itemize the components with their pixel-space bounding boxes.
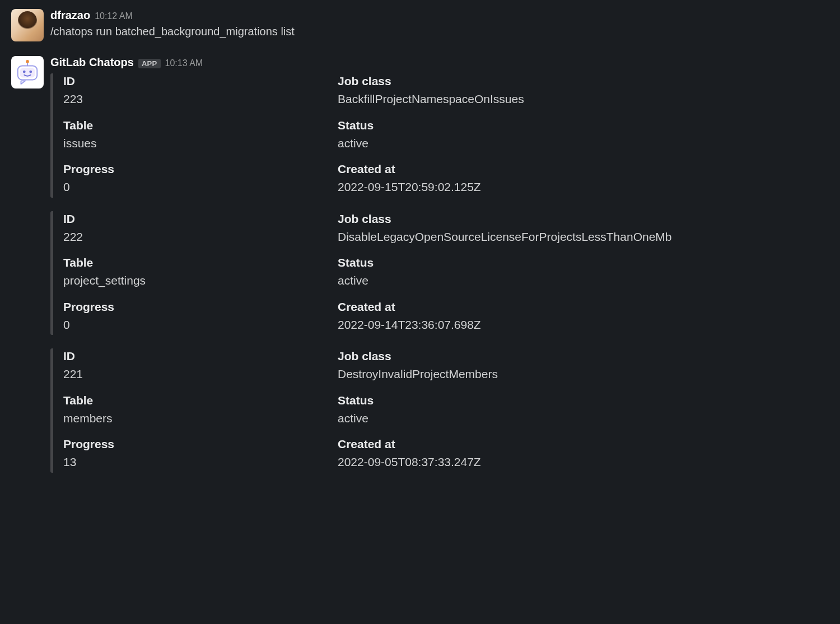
field-label-id: ID bbox=[63, 74, 338, 88]
field-value-table: project_settings bbox=[63, 272, 338, 290]
message-text: /chatops run batched_background_migratio… bbox=[50, 23, 829, 40]
field-value-id: 221 bbox=[63, 365, 338, 384]
field-value-created-at: 2022-09-15T20:59:02.125Z bbox=[338, 178, 829, 197]
migration-attachment: ID 221 Job class DestroyInvalidProjectMe… bbox=[50, 348, 829, 473]
field-value-status: active bbox=[338, 409, 829, 428]
field-label-table: Table bbox=[63, 394, 338, 407]
field-label-created-at: Created at bbox=[338, 300, 829, 314]
field-grid: ID 223 Job class BackfillProjectNamespac… bbox=[63, 74, 829, 197]
field-label-job-class: Job class bbox=[338, 212, 829, 226]
field-created-at: Created at 2022-09-05T08:37:33.247Z bbox=[338, 437, 829, 472]
field-created-at: Created at 2022-09-14T23:36:07.698Z bbox=[338, 300, 829, 334]
field-label-status: Status bbox=[338, 119, 829, 132]
field-label-id: ID bbox=[63, 212, 338, 226]
field-value-status: active bbox=[338, 272, 829, 290]
field-id: ID 222 bbox=[63, 212, 338, 246]
message-timestamp[interactable]: 10:13 AM bbox=[165, 58, 203, 68]
field-value-table: members bbox=[63, 409, 338, 428]
field-value-id: 223 bbox=[63, 90, 338, 109]
message-body: GitLab Chatops APP 10:13 AM ID 223 Job c… bbox=[50, 56, 829, 486]
field-label-table: Table bbox=[63, 256, 338, 269]
avatar-user[interactable] bbox=[11, 9, 44, 41]
field-table: Table members bbox=[63, 394, 338, 428]
field-progress: Progress 13 bbox=[63, 437, 338, 472]
field-status: Status active bbox=[338, 256, 829, 290]
field-job-class: Job class DisableLegacyOpenSourceLicense… bbox=[338, 212, 829, 246]
field-status: Status active bbox=[338, 119, 829, 153]
field-value-job-class: DisableLegacyOpenSourceLicenseForProject… bbox=[338, 228, 829, 246]
field-label-id: ID bbox=[63, 350, 338, 363]
field-label-created-at: Created at bbox=[338, 437, 829, 451]
field-value-created-at: 2022-09-05T08:37:33.247Z bbox=[338, 453, 829, 472]
migration-attachment: ID 222 Job class DisableLegacyOpenSource… bbox=[50, 211, 829, 336]
message-header: dfrazao 10:12 AM bbox=[50, 9, 829, 22]
field-created-at: Created at 2022-09-15T20:59:02.125Z bbox=[338, 162, 829, 197]
svg-point-4 bbox=[23, 71, 26, 73]
app-badge: APP bbox=[138, 59, 161, 68]
field-label-job-class: Job class bbox=[338, 74, 829, 88]
svg-point-0 bbox=[26, 60, 29, 63]
migration-attachment: ID 223 Job class BackfillProjectNamespac… bbox=[50, 73, 829, 198]
avatar-bot[interactable] bbox=[11, 56, 44, 89]
field-value-progress: 0 bbox=[63, 178, 338, 197]
message-body: dfrazao 10:12 AM /chatops run batched_ba… bbox=[50, 9, 829, 41]
author-name[interactable]: GitLab Chatops bbox=[50, 56, 134, 69]
field-label-progress: Progress bbox=[63, 437, 338, 451]
field-grid: ID 221 Job class DestroyInvalidProjectMe… bbox=[63, 350, 829, 472]
field-value-table: issues bbox=[63, 134, 338, 153]
field-label-created-at: Created at bbox=[338, 162, 829, 176]
field-table: Table project_settings bbox=[63, 256, 338, 290]
field-value-created-at: 2022-09-14T23:36:07.698Z bbox=[338, 316, 829, 334]
field-value-job-class: DestroyInvalidProjectMembers bbox=[338, 365, 829, 384]
field-label-status: Status bbox=[338, 394, 829, 407]
field-id: ID 223 bbox=[63, 74, 338, 109]
svg-point-5 bbox=[29, 71, 32, 73]
field-label-table: Table bbox=[63, 119, 338, 132]
field-label-job-class: Job class bbox=[338, 350, 829, 363]
author-name[interactable]: dfrazao bbox=[50, 9, 90, 22]
field-label-status: Status bbox=[338, 256, 829, 269]
field-value-progress: 0 bbox=[63, 316, 338, 334]
field-job-class: Job class DestroyInvalidProjectMembers bbox=[338, 350, 829, 384]
field-progress: Progress 0 bbox=[63, 162, 338, 197]
field-value-status: active bbox=[338, 134, 829, 153]
message-user: dfrazao 10:12 AM /chatops run batched_ba… bbox=[0, 7, 840, 44]
field-status: Status active bbox=[338, 394, 829, 428]
field-id: ID 221 bbox=[63, 350, 338, 384]
field-table: Table issues bbox=[63, 119, 338, 153]
message-header: GitLab Chatops APP 10:13 AM bbox=[50, 56, 829, 69]
message-timestamp[interactable]: 10:12 AM bbox=[95, 11, 133, 21]
message-bot: GitLab Chatops APP 10:13 AM ID 223 Job c… bbox=[0, 54, 840, 488]
field-label-progress: Progress bbox=[63, 162, 338, 176]
chatops-bot-icon bbox=[15, 59, 40, 85]
field-progress: Progress 0 bbox=[63, 300, 338, 334]
field-job-class: Job class BackfillProjectNamespaceOnIssu… bbox=[338, 74, 829, 109]
field-value-job-class: BackfillProjectNamespaceOnIssues bbox=[338, 90, 829, 109]
field-value-progress: 13 bbox=[63, 453, 338, 472]
field-label-progress: Progress bbox=[63, 300, 338, 314]
field-value-id: 222 bbox=[63, 228, 338, 246]
field-grid: ID 222 Job class DisableLegacyOpenSource… bbox=[63, 212, 829, 334]
